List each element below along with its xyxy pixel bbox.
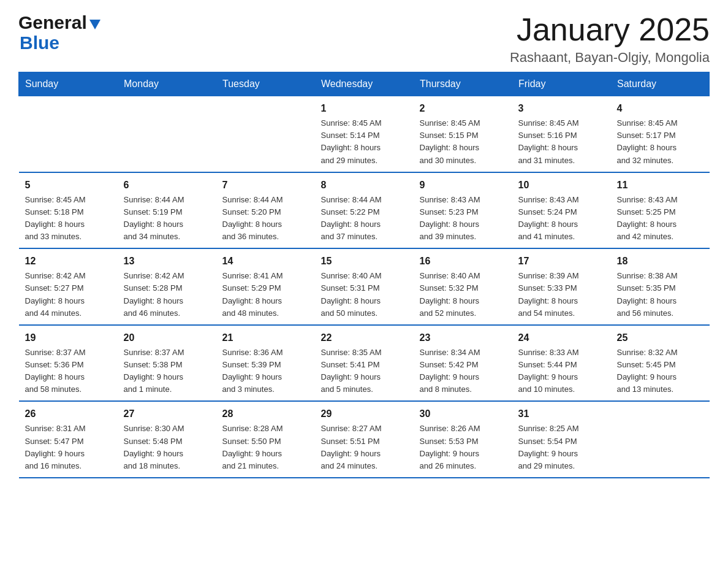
- day-info: Sunrise: 8:30 AM Sunset: 5:48 PM Dayligh…: [124, 423, 210, 472]
- day-info: Sunrise: 8:25 AM Sunset: 5:54 PM Dayligh…: [518, 423, 605, 472]
- calendar-cell: 15Sunrise: 8:40 AM Sunset: 5:31 PM Dayli…: [315, 248, 414, 325]
- day-number: 24: [518, 331, 605, 345]
- calendar-cell: 27Sunrise: 8:30 AM Sunset: 5:48 PM Dayli…: [118, 401, 216, 478]
- calendar-cell: 8Sunrise: 8:44 AM Sunset: 5:22 PM Daylig…: [315, 172, 414, 249]
- calendar-cell: 13Sunrise: 8:42 AM Sunset: 5:28 PM Dayli…: [118, 248, 216, 325]
- day-info: Sunrise: 8:26 AM Sunset: 5:53 PM Dayligh…: [420, 423, 506, 472]
- calendar-cell: 14Sunrise: 8:41 AM Sunset: 5:29 PM Dayli…: [216, 248, 315, 325]
- calendar-cell: 21Sunrise: 8:36 AM Sunset: 5:39 PM Dayli…: [216, 325, 315, 402]
- day-info: Sunrise: 8:42 AM Sunset: 5:28 PM Dayligh…: [124, 270, 210, 320]
- day-number: 28: [222, 407, 309, 421]
- header-cell-friday: Friday: [512, 72, 611, 96]
- title-section: January 2025 Rashaant, Bayan-Olgiy, Mong…: [510, 12, 710, 66]
- calendar-cell: [216, 96, 315, 172]
- calendar-cell: [118, 96, 216, 172]
- svg-marker-0: [89, 20, 100, 29]
- day-number: 13: [124, 254, 210, 269]
- header-cell-monday: Monday: [118, 72, 216, 96]
- day-number: 12: [25, 254, 112, 269]
- header-cell-thursday: Thursday: [414, 72, 512, 96]
- day-number: 22: [321, 331, 408, 345]
- calendar-cell: [611, 401, 710, 478]
- day-info: Sunrise: 8:44 AM Sunset: 5:22 PM Dayligh…: [321, 194, 408, 243]
- day-info: Sunrise: 8:43 AM Sunset: 5:25 PM Dayligh…: [617, 194, 703, 243]
- calendar-cell: 7Sunrise: 8:44 AM Sunset: 5:20 PM Daylig…: [216, 172, 315, 249]
- day-info: Sunrise: 8:31 AM Sunset: 5:47 PM Dayligh…: [25, 423, 112, 472]
- day-number: 20: [124, 331, 210, 345]
- calendar-cell: 24Sunrise: 8:33 AM Sunset: 5:44 PM Dayli…: [512, 325, 611, 402]
- calendar-cell: 22Sunrise: 8:35 AM Sunset: 5:41 PM Dayli…: [315, 325, 414, 402]
- day-number: 14: [222, 254, 309, 269]
- day-info: Sunrise: 8:33 AM Sunset: 5:44 PM Dayligh…: [518, 347, 605, 396]
- calendar-cell: 29Sunrise: 8:27 AM Sunset: 5:51 PM Dayli…: [315, 401, 414, 478]
- day-number: 31: [518, 407, 605, 421]
- week-row-1: 1Sunrise: 8:45 AM Sunset: 5:14 PM Daylig…: [19, 96, 710, 172]
- calendar-cell: 2Sunrise: 8:45 AM Sunset: 5:15 PM Daylig…: [414, 96, 512, 172]
- calendar-cell: 18Sunrise: 8:38 AM Sunset: 5:35 PM Dayli…: [611, 248, 710, 325]
- header-cell-wednesday: Wednesday: [315, 72, 414, 96]
- calendar-cell: 23Sunrise: 8:34 AM Sunset: 5:42 PM Dayli…: [414, 325, 512, 402]
- day-number: 30: [420, 407, 506, 421]
- day-info: Sunrise: 8:43 AM Sunset: 5:24 PM Dayligh…: [518, 194, 605, 243]
- logo-blue-text: Blue: [20, 33, 59, 53]
- location-subtitle: Rashaant, Bayan-Olgiy, Mongolia: [510, 50, 710, 66]
- calendar-cell: 5Sunrise: 8:45 AM Sunset: 5:18 PM Daylig…: [19, 172, 118, 249]
- logo-general-text: General: [18, 12, 87, 33]
- day-number: 10: [518, 178, 605, 193]
- day-number: 8: [321, 178, 408, 193]
- logo: General Blue: [18, 12, 102, 53]
- day-info: Sunrise: 8:38 AM Sunset: 5:35 PM Dayligh…: [617, 270, 703, 320]
- day-info: Sunrise: 8:27 AM Sunset: 5:51 PM Dayligh…: [321, 423, 408, 472]
- day-info: Sunrise: 8:45 AM Sunset: 5:15 PM Dayligh…: [420, 117, 506, 167]
- day-info: Sunrise: 8:39 AM Sunset: 5:33 PM Dayligh…: [518, 270, 605, 320]
- calendar-header: SundayMondayTuesdayWednesdayThursdayFrid…: [19, 72, 710, 96]
- day-number: 17: [518, 254, 605, 269]
- day-number: 6: [124, 178, 210, 193]
- day-number: 25: [617, 331, 703, 345]
- page-header: General Blue January 2025 Rashaant, Baya…: [18, 12, 710, 66]
- day-info: Sunrise: 8:44 AM Sunset: 5:20 PM Dayligh…: [222, 194, 309, 243]
- calendar-cell: [19, 96, 118, 172]
- day-info: Sunrise: 8:36 AM Sunset: 5:39 PM Dayligh…: [222, 347, 309, 396]
- day-info: Sunrise: 8:32 AM Sunset: 5:45 PM Dayligh…: [617, 347, 703, 396]
- calendar-cell: 12Sunrise: 8:42 AM Sunset: 5:27 PM Dayli…: [19, 248, 118, 325]
- calendar-cell: 31Sunrise: 8:25 AM Sunset: 5:54 PM Dayli…: [512, 401, 611, 478]
- calendar-cell: 6Sunrise: 8:44 AM Sunset: 5:19 PM Daylig…: [118, 172, 216, 249]
- header-cell-saturday: Saturday: [611, 72, 710, 96]
- day-number: 9: [420, 178, 506, 193]
- logo-triangle-icon: [88, 17, 102, 31]
- calendar-cell: 1Sunrise: 8:45 AM Sunset: 5:14 PM Daylig…: [315, 96, 414, 172]
- day-number: 29: [321, 407, 408, 421]
- calendar-cell: 3Sunrise: 8:45 AM Sunset: 5:16 PM Daylig…: [512, 96, 611, 172]
- day-number: 5: [25, 178, 112, 193]
- day-number: 16: [420, 254, 506, 269]
- day-number: 4: [617, 101, 703, 116]
- calendar-cell: 25Sunrise: 8:32 AM Sunset: 5:45 PM Dayli…: [611, 325, 710, 402]
- day-number: 19: [25, 331, 112, 345]
- day-info: Sunrise: 8:42 AM Sunset: 5:27 PM Dayligh…: [25, 270, 112, 320]
- day-number: 27: [124, 407, 210, 421]
- calendar-cell: 19Sunrise: 8:37 AM Sunset: 5:36 PM Dayli…: [19, 325, 118, 402]
- day-info: Sunrise: 8:37 AM Sunset: 5:38 PM Dayligh…: [124, 347, 210, 396]
- header-cell-sunday: Sunday: [19, 72, 118, 96]
- header-row: SundayMondayTuesdayWednesdayThursdayFrid…: [19, 72, 710, 96]
- day-number: 7: [222, 178, 309, 193]
- day-number: 15: [321, 254, 408, 269]
- calendar-cell: 11Sunrise: 8:43 AM Sunset: 5:25 PM Dayli…: [611, 172, 710, 249]
- day-info: Sunrise: 8:45 AM Sunset: 5:17 PM Dayligh…: [617, 117, 703, 167]
- week-row-4: 19Sunrise: 8:37 AM Sunset: 5:36 PM Dayli…: [19, 325, 710, 402]
- calendar-cell: 28Sunrise: 8:28 AM Sunset: 5:50 PM Dayli…: [216, 401, 315, 478]
- day-info: Sunrise: 8:40 AM Sunset: 5:31 PM Dayligh…: [321, 270, 408, 320]
- calendar-body: 1Sunrise: 8:45 AM Sunset: 5:14 PM Daylig…: [19, 96, 710, 478]
- week-row-2: 5Sunrise: 8:45 AM Sunset: 5:18 PM Daylig…: [19, 172, 710, 249]
- day-number: 2: [420, 101, 506, 116]
- header-cell-tuesday: Tuesday: [216, 72, 315, 96]
- day-info: Sunrise: 8:35 AM Sunset: 5:41 PM Dayligh…: [321, 347, 408, 396]
- day-info: Sunrise: 8:43 AM Sunset: 5:23 PM Dayligh…: [420, 194, 506, 243]
- calendar-table: SundayMondayTuesdayWednesdayThursdayFrid…: [18, 72, 710, 478]
- calendar-cell: 30Sunrise: 8:26 AM Sunset: 5:53 PM Dayli…: [414, 401, 512, 478]
- calendar-cell: 16Sunrise: 8:40 AM Sunset: 5:32 PM Dayli…: [414, 248, 512, 325]
- calendar-cell: 26Sunrise: 8:31 AM Sunset: 5:47 PM Dayli…: [19, 401, 118, 478]
- day-info: Sunrise: 8:45 AM Sunset: 5:16 PM Dayligh…: [518, 117, 605, 167]
- day-number: 11: [617, 178, 703, 193]
